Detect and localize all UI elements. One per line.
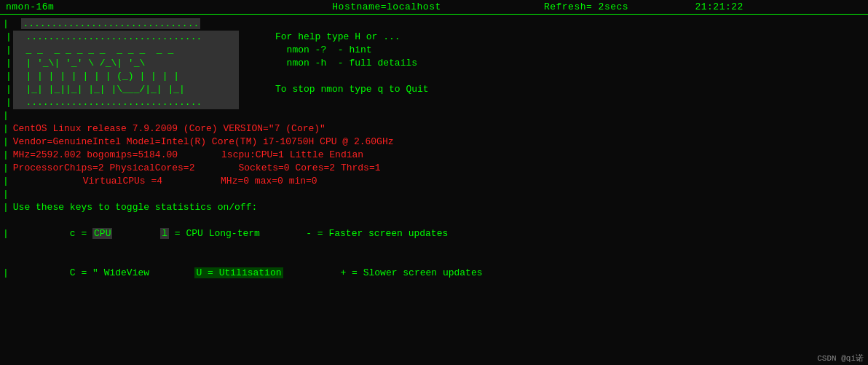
time: 21:21:22 [695,1,743,12]
toggle-row1: | c = CPU l = CPU Long-term - = Faster s… [0,214,868,254]
main-section: | ...............................x | _ _… [0,31,868,109]
help-line5: To stop nmon type q to Quit [272,83,432,96]
spacer2 [447,1,538,12]
ascii-line6: | ...............................x [3,96,243,109]
main-content: | ............................... | ....… [0,15,868,296]
title-bar: nmon-16m Hostname=localhost Refresh= 2se… [0,0,868,15]
help-line3: nmon -h - full details [272,57,432,70]
toggle-l-longterm: l = CPU Long-term [115,214,261,254]
app-name: nmon-16m [6,1,54,12]
ascii-line2-text: _ _ _ _ _ _ _ _ _ _ _ _ [13,44,239,57]
sysinfo-line1: | CentOS Linux release 7.9.2009 (Core) V… [0,122,868,136]
separator-line-top: | ............................... [0,17,868,31]
toggle-row2: | C = " WideView U = Utilisation + = Slo… [0,254,868,293]
help-line1: For help type H or ... [272,31,432,44]
help-line2: nmon -? - hint [272,44,432,57]
sysinfo-line3: | MHz=2592.002 bogomips=5184.00 lscpu:CP… [0,149,868,162]
ascii-line1: | ...............................x [3,31,243,44]
ascii-separator-bottom: ...............................x [13,96,239,109]
help-text-block: For help type H or ... nmon -? - hint nm… [272,31,432,109]
ascii-line2: | _ _ _ _ _ _ _ _ _ _ _ _ [3,44,243,57]
separator-top-box: ............................... [21,18,200,29]
toggle-U-utilisation: U = Utilisation [149,254,295,293]
bottom-bar: CSDN @qi诺 [813,351,868,365]
ascii-line3: | | '_\| '_' \ /_\| '_\ [3,57,243,70]
sysinfo-line5: | VirtualCPUs =4 MHz=0 max=0 min=0 [0,175,868,188]
spacer1 [60,1,326,12]
spacer3 [634,1,689,12]
ascii-separator-top: ...............................x [13,31,239,44]
help-line4 [272,70,432,83]
ascii-art-block: | ...............................x | _ _… [3,31,243,109]
empty-line1: | [0,109,868,122]
ascii-line3-text: | '_\| '_' \ /_\| '_\ [13,57,239,70]
refresh: Refresh= 2secs [544,1,628,12]
terminal-window: nmon-16m Hostname=localhost Refresh= 2se… [0,0,868,365]
ascii-line5-text: |_| |_||_| |_| |\___/|_| |_| [13,83,239,96]
toggle-C-wideview: C = " WideView [13,254,149,293]
sysinfo-line2: | Vendor=GenuineIntel Model=Intel(R) Cor… [0,136,868,149]
empty-line2: | [0,188,868,201]
toggle-minus: - = Faster screen updates [261,214,448,254]
sysinfo-line4: | ProcessorChips=2 PhysicalCores=2 Socke… [0,162,868,175]
toggle-header: | Use these keys to toggle statistics on… [0,201,868,214]
toggle-c-cpu: c = CPU [13,214,115,254]
toggle-plus: + = Slower screen updates [295,254,482,293]
ascii-line5: | |_| |_||_| |_| |\___/|_| |_| [3,83,243,96]
ascii-line4: | | | | | | | | | (_) | | | | [3,70,243,83]
hostname: Hostname=localhost [332,1,441,12]
ascii-line4-text: | | | | | | | | (_) | | | | [13,70,239,83]
